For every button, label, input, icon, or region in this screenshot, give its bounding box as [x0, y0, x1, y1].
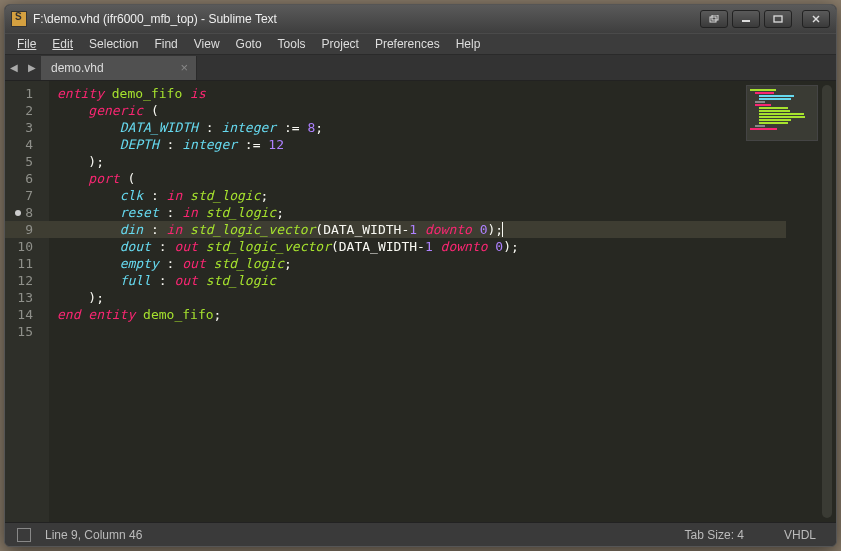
tab-demo-vhd[interactable]: demo.vhd ×: [41, 56, 197, 80]
line-number[interactable]: 10: [5, 238, 49, 255]
svg-rect-3: [774, 16, 782, 22]
menu-view[interactable]: View: [186, 35, 228, 53]
menu-edit[interactable]: Edit: [44, 35, 81, 53]
code-line[interactable]: port (: [57, 170, 836, 187]
restore-down-alt-button[interactable]: [700, 10, 728, 28]
app-window: F:\demo.vhd (ifr6000_mfb_top) - Sublime …: [4, 4, 837, 547]
code-line[interactable]: end entity demo_fifo;: [57, 306, 836, 323]
status-tab-size[interactable]: Tab Size: 4: [685, 528, 744, 542]
window-title: F:\demo.vhd (ifr6000_mfb_top) - Sublime …: [33, 12, 700, 26]
code-editor[interactable]: entity demo_fifo is generic ( DATA_WIDTH…: [49, 81, 836, 522]
line-number[interactable]: 4: [5, 136, 49, 153]
tab-nav-back[interactable]: ◀: [5, 55, 23, 81]
status-icon[interactable]: [17, 528, 31, 542]
code-line[interactable]: empty : out std_logic;: [57, 255, 836, 272]
tab-nav-forward[interactable]: ▶: [23, 55, 41, 81]
line-number[interactable]: 5: [5, 153, 49, 170]
code-line[interactable]: DEPTH : integer := 12: [57, 136, 836, 153]
code-line[interactable]: reset : in std_logic;: [57, 204, 836, 221]
minimap[interactable]: [746, 85, 818, 141]
statusbar: Line 9, Column 46 Tab Size: 4 VHDL: [5, 522, 836, 546]
line-number[interactable]: 8: [5, 204, 49, 221]
code-line[interactable]: full : out std_logic: [57, 272, 836, 289]
maximize-button[interactable]: [764, 10, 792, 28]
code-line[interactable]: entity demo_fifo is: [57, 85, 836, 102]
line-number[interactable]: 12: [5, 272, 49, 289]
menu-file[interactable]: File: [9, 35, 44, 53]
menu-tools[interactable]: Tools: [270, 35, 314, 53]
status-cursor-position: Line 9, Column 46: [35, 528, 685, 542]
code-line[interactable]: dout : out std_logic_vector(DATA_WIDTH-1…: [57, 238, 836, 255]
titlebar[interactable]: F:\demo.vhd (ifr6000_mfb_top) - Sublime …: [5, 5, 836, 33]
line-number[interactable]: 15: [5, 323, 49, 340]
menubar: File Edit Selection Find View Goto Tools…: [5, 33, 836, 55]
tab-close-icon[interactable]: ×: [180, 60, 188, 75]
line-number[interactable]: 11: [5, 255, 49, 272]
code-line[interactable]: );: [57, 153, 836, 170]
code-line[interactable]: generic (: [57, 102, 836, 119]
line-number[interactable]: 1: [5, 85, 49, 102]
line-number-gutter[interactable]: 123456789101112131415: [5, 81, 49, 522]
menu-goto[interactable]: Goto: [228, 35, 270, 53]
menu-selection[interactable]: Selection: [81, 35, 146, 53]
editor-area: 123456789101112131415 entity demo_fifo i…: [5, 81, 836, 522]
menu-help[interactable]: Help: [448, 35, 489, 53]
minimize-button[interactable]: [732, 10, 760, 28]
menu-find[interactable]: Find: [146, 35, 185, 53]
code-line[interactable]: );: [57, 289, 836, 306]
text-cursor: [502, 222, 503, 237]
tabbar: ◀ ▶ demo.vhd ×: [5, 55, 836, 81]
modified-marker-icon: [15, 210, 21, 216]
vertical-scrollbar[interactable]: [822, 85, 832, 518]
code-line[interactable]: clk : in std_logic;: [57, 187, 836, 204]
line-number[interactable]: 2: [5, 102, 49, 119]
code-line[interactable]: din : in std_logic_vector(DATA_WIDTH-1 d…: [49, 221, 786, 238]
code-line[interactable]: DATA_WIDTH : integer := 8;: [57, 119, 836, 136]
app-icon: [11, 11, 27, 27]
code-line[interactable]: [57, 323, 836, 340]
close-button[interactable]: [802, 10, 830, 28]
menu-project[interactable]: Project: [314, 35, 367, 53]
tab-label: demo.vhd: [51, 61, 104, 75]
line-number[interactable]: 14: [5, 306, 49, 323]
line-number[interactable]: 6: [5, 170, 49, 187]
status-syntax[interactable]: VHDL: [784, 528, 816, 542]
line-number[interactable]: 7: [5, 187, 49, 204]
line-number[interactable]: 9: [5, 221, 49, 238]
line-number[interactable]: 13: [5, 289, 49, 306]
menu-preferences[interactable]: Preferences: [367, 35, 448, 53]
line-number[interactable]: 3: [5, 119, 49, 136]
